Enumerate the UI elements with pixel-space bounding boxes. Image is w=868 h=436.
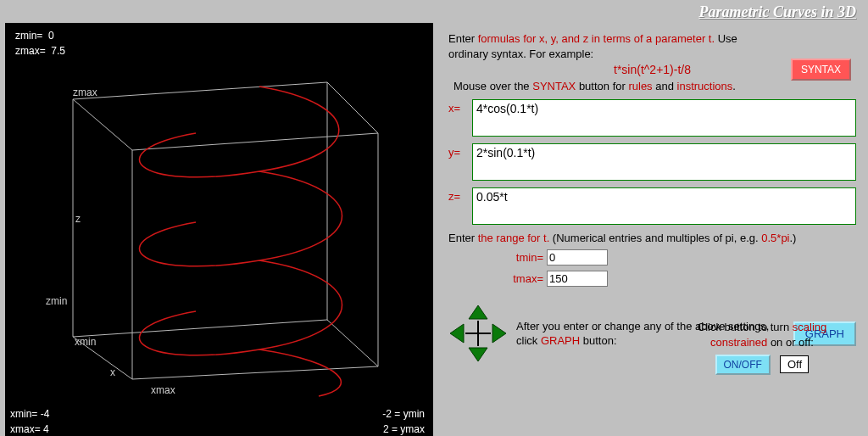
x-formula-input[interactable]: 4*cos(0.1*t) [472,99,856,137]
tmin-label: tmin= [508,251,547,264]
svg-marker-6 [469,305,487,319]
x-label: x= [448,99,472,115]
arrow-up-icon[interactable] [467,304,489,321]
cube-label-xmin: xmin [75,336,96,348]
ymax-readout: 2 = ymax [383,423,425,435]
arrow-left-icon[interactable] [448,322,465,344]
range-intro: Enter the range for t. (Numerical entrie… [448,232,856,244]
plot-canvas: zmax z zmin xmin x xmax [5,23,433,436]
scaling-toggle-button[interactable]: ON/OFF [715,355,771,375]
zmax-readout: zmax= 7.5 [15,45,65,57]
nav-arrows [448,304,508,363]
z-formula-input[interactable]: 0.05*t [472,187,856,225]
tmax-label: tmax= [508,272,547,285]
svg-marker-8 [450,324,464,343]
arrow-down-icon[interactable] [467,346,489,363]
zmin-readout: zmin= 0 [15,30,54,42]
tmin-input[interactable] [547,249,608,266]
z-label: z= [448,187,472,203]
app-title: Parametric Curves in 3D [0,0,868,23]
scaling-block: Click button to turn scaling constrained… [673,320,851,375]
cube-label-zmin: zmin [46,295,67,307]
control-panel: Enter formulas for x, y, and z in terms … [433,23,863,436]
xmin-readout: xmin= -4 [10,408,49,420]
cube-label-xmax: xmax [151,384,175,396]
arrow-right-icon[interactable] [491,322,508,344]
y-formula-input[interactable]: 2*sin(0.1*t) [472,143,856,181]
plot-viewport[interactable]: zmax z zmin xmin x xmax zmin= 0 zmax= 7.… [5,23,433,436]
ymin-readout: -2 = ymin [382,408,425,420]
cube-label-zmax: zmax [73,87,97,98]
svg-line-1 [73,99,132,150]
cube-label-x: x [110,366,115,378]
nav-center-icon [465,321,491,346]
intro-text: Enter formulas for x, y, and z in terms … [448,31,856,61]
scaling-state: Off [780,355,809,373]
svg-line-5 [132,366,378,379]
svg-marker-7 [469,348,487,361]
xmax-readout: xmax= 4 [10,423,49,435]
y-label: y= [448,143,472,159]
tmax-input[interactable] [547,271,608,287]
svg-line-3 [132,133,378,150]
cube-label-z: z [75,213,81,225]
svg-marker-9 [492,324,506,343]
syntax-button[interactable]: SYNTAX [791,59,851,81]
syntax-hint: Mouse over the SYNTAX button for rules a… [453,80,856,92]
